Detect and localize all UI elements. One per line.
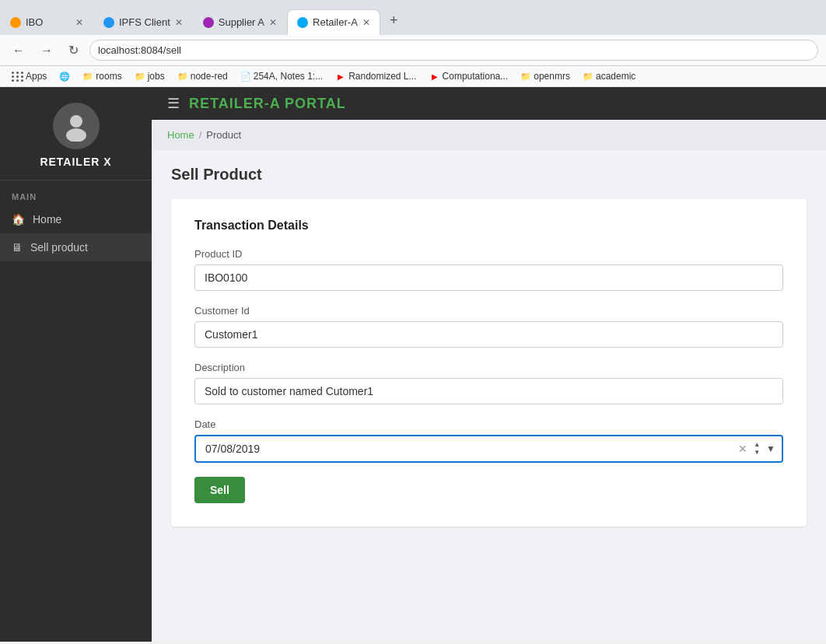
tab-ipfs[interactable]: IPFS Client ✕ (93, 9, 193, 35)
product-id-input[interactable] (194, 264, 783, 291)
date-spinner-down-icon[interactable]: ▼ (752, 449, 761, 457)
bookmark-rooms-label: rooms (96, 71, 121, 82)
url-bar[interactable] (89, 40, 818, 61)
back-button[interactable]: ← (8, 40, 30, 61)
tab-ipfs-close[interactable]: ✕ (175, 17, 183, 28)
customer-id-input[interactable] (194, 321, 783, 348)
tab-supplier-label: Supplier A (219, 16, 264, 28)
customer-id-group: Customer Id (194, 305, 783, 348)
bookmark-jobs[interactable]: jobs (130, 69, 170, 83)
apps-grid-icon (12, 71, 23, 82)
youtube-icon (335, 71, 346, 82)
tab-retailer-label: Retailer-A (313, 16, 358, 28)
youtube-icon (429, 71, 440, 82)
sidebar-item-sell-label: Sell product (30, 241, 88, 254)
supplier-tab-icon (203, 17, 214, 28)
ibo-tab-icon (10, 17, 21, 28)
tab-ibo[interactable]: IBO ✕ (0, 9, 93, 35)
bookmark-node-red-label: node-red (191, 71, 228, 82)
sidebar-item-home-label: Home (33, 213, 61, 226)
bookmark-apps[interactable]: Apps (8, 69, 51, 83)
date-spinners: ▲ ▼ (752, 441, 761, 457)
customer-id-label: Customer Id (194, 305, 783, 317)
browser-chrome: IBO ✕ IPFS Client ✕ Supplier A ✕ Retaile… (0, 0, 826, 87)
bookmark-jobs-label: jobs (148, 71, 165, 82)
folder-icon (520, 71, 531, 82)
bookmark-academic-label: academic (596, 71, 635, 82)
sell-button[interactable]: Sell (194, 477, 245, 503)
tab-supplier-close[interactable]: ✕ (269, 17, 277, 28)
notes-icon: 📄 (240, 71, 251, 82)
new-tab-button[interactable]: + (380, 6, 408, 35)
sidebar: RETAILER X MAIN 🏠 Home 🖥 Sell product (0, 87, 152, 642)
breadcrumb-current: Product (206, 129, 241, 141)
sidebar-item-sell-product[interactable]: 🖥 Sell product (0, 233, 152, 261)
page-heading: Sell Product (171, 166, 807, 184)
bookmark-globe[interactable]: 🌐 (54, 69, 75, 83)
sidebar-section-label: MAIN (0, 180, 152, 205)
tab-ibo-label: IBO (26, 16, 43, 28)
bookmark-computational-label: Computationa... (443, 71, 509, 82)
description-group: Description (194, 362, 783, 404)
transaction-card: Transaction Details Product ID Customer … (171, 199, 807, 527)
tab-ipfs-label: IPFS Client (119, 16, 170, 28)
tab-retailer-close[interactable]: ✕ (362, 17, 370, 28)
user-avatar-icon (61, 110, 92, 142)
breadcrumb-home-link[interactable]: Home (167, 129, 194, 141)
svg-point-1 (66, 128, 86, 142)
nav-bar: ← → ↻ (0, 35, 826, 66)
tab-retailer[interactable]: Retailer-A ✕ (287, 9, 380, 35)
bookmark-rooms[interactable]: rooms (78, 69, 126, 83)
hamburger-icon[interactable]: ☰ (167, 95, 180, 112)
tab-ibo-close[interactable]: ✕ (75, 17, 83, 28)
bookmark-openmrs[interactable]: openmrs (516, 69, 575, 83)
bookmark-academic[interactable]: academic (578, 69, 640, 83)
bookmark-notes[interactable]: 📄 254A, Notes 1:... (236, 69, 327, 83)
folder-icon (177, 71, 188, 82)
retailer-tab-icon (297, 17, 308, 28)
breadcrumb: Home / Product (152, 120, 826, 150)
page-body: Sell Product Transaction Details Product… (152, 150, 826, 542)
date-input[interactable] (196, 436, 735, 461)
bookmark-computational[interactable]: Computationa... (425, 69, 513, 83)
refresh-button[interactable]: ↻ (64, 40, 83, 61)
date-label: Date (194, 418, 783, 430)
date-spinner-up-icon[interactable]: ▲ (752, 441, 761, 449)
folder-icon (583, 71, 593, 82)
globe-icon: 🌐 (59, 71, 70, 82)
date-input-wrapper: ✕ ▲ ▼ ▼ (194, 435, 783, 463)
description-label: Description (194, 362, 783, 373)
folder-icon (135, 71, 145, 82)
date-controls: ✕ ▲ ▼ ▼ (735, 441, 782, 457)
breadcrumb-separator: / (199, 129, 202, 141)
sidebar-header: RETAILER X (0, 87, 152, 180)
retailer-name: RETAILER X (40, 156, 111, 168)
product-id-label: Product ID (194, 248, 783, 260)
sidebar-item-home[interactable]: 🏠 Home (0, 205, 152, 233)
app-wrapper: RETAILER X MAIN 🏠 Home 🖥 Sell product ☰ … (0, 87, 826, 642)
tab-supplier[interactable]: Supplier A ✕ (193, 9, 287, 35)
date-clear-icon[interactable]: ✕ (735, 443, 751, 455)
avatar (53, 103, 100, 149)
bookmarks-bar: Apps 🌐 rooms jobs node-red 📄 254A, Notes… (0, 66, 826, 87)
product-id-group: Product ID (194, 248, 783, 291)
top-bar: ☰ RETAILER-A PORTAL (152, 87, 826, 120)
ipfs-tab-icon (103, 17, 114, 28)
card-title: Transaction Details (194, 219, 783, 233)
home-icon: 🏠 (12, 213, 25, 226)
description-input[interactable] (194, 378, 783, 404)
tab-bar: IBO ✕ IPFS Client ✕ Supplier A ✕ Retaile… (0, 0, 826, 35)
bookmark-randomized-label: Randomized L... (348, 71, 416, 82)
folder-icon (82, 71, 93, 82)
sell-product-icon: 🖥 (12, 241, 23, 254)
date-dropdown-icon[interactable]: ▼ (763, 443, 779, 454)
bookmark-randomized[interactable]: Randomized L... (331, 69, 421, 83)
svg-point-0 (70, 115, 82, 128)
portal-title: RETAILER-A PORTAL (189, 96, 346, 112)
bookmark-notes-label: 254A, Notes 1:... (254, 71, 323, 82)
bookmark-apps-label: Apps (26, 71, 47, 82)
bookmark-openmrs-label: openmrs (534, 71, 570, 82)
main-content: ☰ RETAILER-A PORTAL Home / Product Sell … (152, 87, 826, 642)
bookmark-node-red[interactable]: node-red (173, 69, 233, 83)
forward-button[interactable]: → (36, 40, 58, 61)
